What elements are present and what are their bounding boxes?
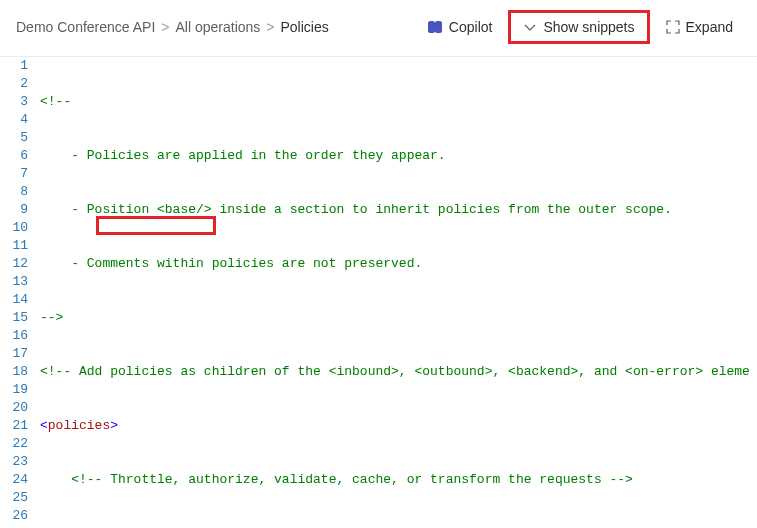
code-line: <!-- Throttle, authorize, validate, cach… bbox=[40, 471, 757, 489]
line-number: 24 bbox=[0, 471, 28, 489]
line-number: 2 bbox=[0, 75, 28, 93]
expand-button[interactable]: Expand bbox=[658, 15, 741, 39]
line-number: 13 bbox=[0, 273, 28, 291]
line-number: 5 bbox=[0, 129, 28, 147]
header-actions: Copilot Show snippets Expand bbox=[419, 10, 741, 44]
line-number: 12 bbox=[0, 255, 28, 273]
line-number: 7 bbox=[0, 165, 28, 183]
breadcrumb-sep: > bbox=[161, 19, 169, 35]
chevron-down-icon bbox=[523, 20, 537, 34]
line-number: 3 bbox=[0, 93, 28, 111]
line-number: 23 bbox=[0, 453, 28, 471]
line-number: 19 bbox=[0, 381, 28, 399]
header-bar: Demo Conference API > All operations > P… bbox=[0, 0, 757, 57]
line-number: 20 bbox=[0, 399, 28, 417]
line-number: 14 bbox=[0, 291, 28, 309]
breadcrumb-item-api[interactable]: Demo Conference API bbox=[16, 19, 155, 35]
copilot-icon bbox=[427, 19, 443, 35]
line-number: 10 bbox=[0, 219, 28, 237]
code-content[interactable]: <!-- - Policies are applied in the order… bbox=[40, 57, 757, 528]
copilot-button[interactable]: Copilot bbox=[419, 15, 501, 39]
code-line: - Comments within policies are not prese… bbox=[40, 255, 757, 273]
line-number: 26 bbox=[0, 507, 28, 525]
code-line: <policies> bbox=[40, 417, 757, 435]
line-number: 16 bbox=[0, 327, 28, 345]
line-number: 4 bbox=[0, 111, 28, 129]
line-number: 9 bbox=[0, 201, 28, 219]
breadcrumb-item-policies: Policies bbox=[281, 19, 329, 35]
code-line: - Policies are applied in the order they… bbox=[40, 147, 757, 165]
code-line: --> bbox=[40, 309, 757, 327]
code-line: <!-- Add policies as children of the <in… bbox=[40, 363, 757, 381]
line-number: 8 bbox=[0, 183, 28, 201]
breadcrumb-sep: > bbox=[266, 19, 274, 35]
line-number: 17 bbox=[0, 345, 28, 363]
code-editor[interactable]: 1 2 3 4 5 6 7 8 9 10 11 12 13 14 15 16 1… bbox=[0, 57, 757, 528]
expand-label: Expand bbox=[686, 19, 733, 35]
code-line: - Position <base/> inside a section to i… bbox=[40, 201, 757, 219]
line-number: 21 bbox=[0, 417, 28, 435]
line-number: 22 bbox=[0, 435, 28, 453]
expand-icon bbox=[666, 20, 680, 34]
line-number: 6 bbox=[0, 147, 28, 165]
line-number: 15 bbox=[0, 309, 28, 327]
copilot-label: Copilot bbox=[449, 19, 493, 35]
line-number: 11 bbox=[0, 237, 28, 255]
line-number-gutter: 1 2 3 4 5 6 7 8 9 10 11 12 13 14 15 16 1… bbox=[0, 57, 40, 528]
breadcrumb: Demo Conference API > All operations > P… bbox=[16, 19, 329, 35]
line-number: 18 bbox=[0, 363, 28, 381]
show-snippets-label: Show snippets bbox=[543, 19, 634, 35]
line-number: 25 bbox=[0, 489, 28, 507]
code-line: <!-- bbox=[40, 93, 757, 111]
line-number: 1 bbox=[0, 57, 28, 75]
breadcrumb-item-operations[interactable]: All operations bbox=[175, 19, 260, 35]
show-snippets-button[interactable]: Show snippets bbox=[508, 10, 649, 44]
